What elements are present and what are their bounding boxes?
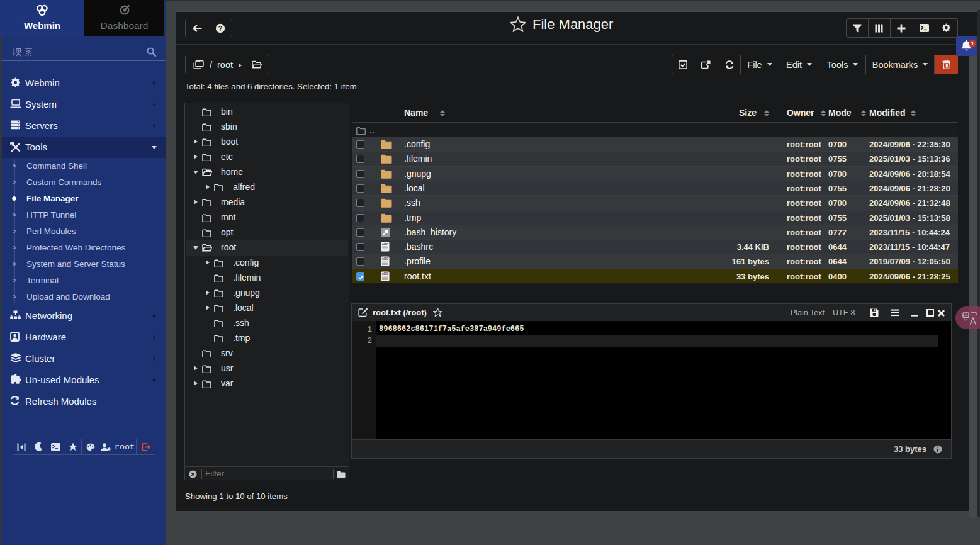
svg-text:ABC: ABC	[381, 272, 388, 276]
svg-text:?: ?	[218, 25, 222, 32]
svg-text:ABC: ABC	[381, 257, 388, 261]
svg-text:ABC: ABC	[381, 242, 388, 246]
